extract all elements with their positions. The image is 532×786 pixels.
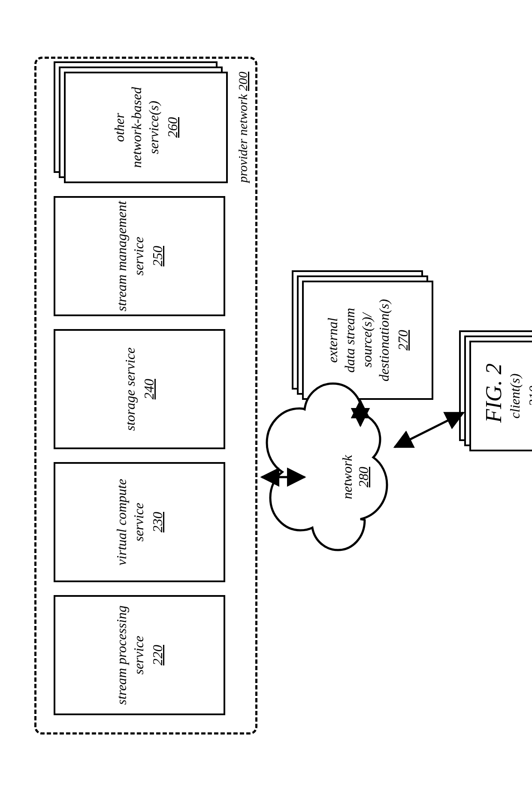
clients-label: client(s) xyxy=(507,374,523,419)
provider-network-num: 200 xyxy=(236,72,250,91)
external-stream-stack: externaldata streamsource(s)/destionatio… xyxy=(292,271,433,400)
diagram-canvas: provider network 200 stream processingse… xyxy=(0,0,532,786)
service-label: virtual computeservice xyxy=(114,479,146,565)
network-num: 280 xyxy=(356,467,371,487)
provider-network-label: provider network 200 xyxy=(236,72,250,183)
service-label: othernetwork-basedservice(s) xyxy=(112,87,161,168)
service-box-virtual-compute: virtual computeservice 230 xyxy=(54,462,225,582)
stack-card-front: othernetwork-basedservice(s) 260 xyxy=(64,72,228,183)
service-box-storage: storage service 240 xyxy=(54,329,225,449)
external-label: externaldata streamsource(s)/destionatio… xyxy=(325,299,392,381)
service-label: storage service xyxy=(122,348,138,431)
figure-caption: FIG. 2 xyxy=(481,0,506,786)
provider-network-text: provider network xyxy=(236,94,250,183)
external-num: 270 xyxy=(394,330,411,351)
service-box-stream-management: stream managementservice 250 xyxy=(54,196,225,316)
service-box-stream-processing: stream processingservice 220 xyxy=(54,595,225,715)
provider-network-box: provider network 200 stream processingse… xyxy=(34,57,257,735)
network-text: network xyxy=(339,455,355,499)
connector-network-clients xyxy=(395,413,463,447)
service-num: 250 xyxy=(149,246,166,266)
clients-num: 210 xyxy=(525,386,532,406)
network-cloud-label: network 280 xyxy=(339,426,372,529)
service-num: 220 xyxy=(149,645,166,665)
service-stack-other-network-based: othernetwork-basedservice(s) 260 xyxy=(54,63,225,183)
service-num: 240 xyxy=(140,379,157,399)
service-label: stream processingservice xyxy=(114,605,146,704)
service-num: 260 xyxy=(164,117,181,138)
service-label: stream managementservice xyxy=(114,201,146,311)
service-num: 230 xyxy=(149,512,166,532)
stack-card-front: externaldata streamsource(s)/destionatio… xyxy=(302,281,433,400)
